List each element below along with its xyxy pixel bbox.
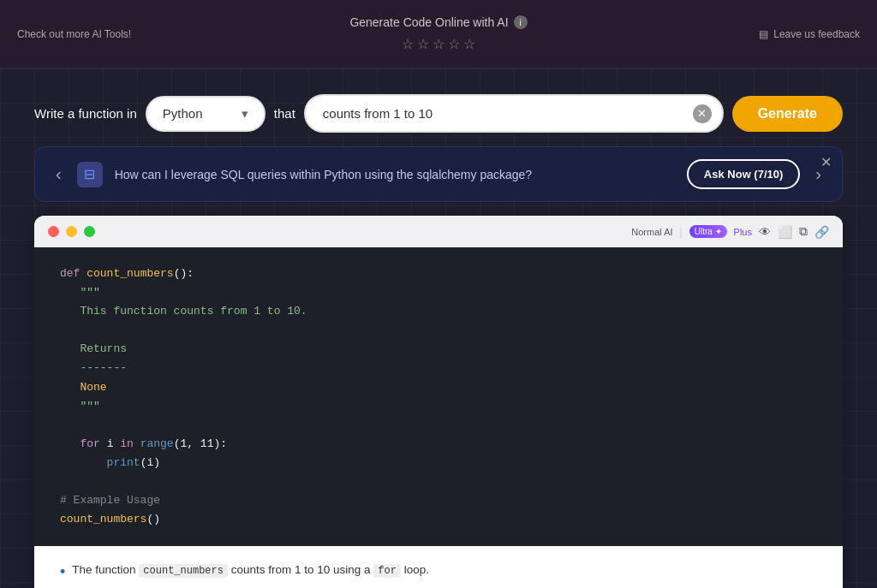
prompt-input-wrap: ✕ [304,94,724,133]
info-icon[interactable]: i [514,15,528,29]
suggestion-banner: ‹ ⊟ How can I leverage SQL queries withi… [34,146,843,202]
ask-now-button[interactable]: Ask Now (7/10) [687,159,800,189]
code-line-8: for i in range(1, 11): [60,435,817,454]
inline-code-for: for [373,564,401,578]
inline-code: count_numbers [139,564,228,578]
banner-prev-button[interactable]: ‹ [52,164,65,184]
eye-icon[interactable]: 👁 [759,225,771,239]
code-line-7: """ [60,397,817,416]
star-4[interactable]: ☆ [448,36,460,52]
code-area: def count_numbers(): """ This function c… [34,247,843,546]
star-3[interactable]: ☆ [433,36,444,52]
generate-button[interactable]: Generate [732,96,843,132]
code-line-2: """ [60,283,817,302]
banner-text: How can I leverage SQL queries within Py… [115,168,675,181]
link-icon[interactable]: 🔗 [814,225,829,239]
code-line-blank-3 [60,472,817,491]
description-list: The function count_numbers counts from 1… [34,546,843,588]
code-window: Normal AI | Ultra ✦ Plus 👁 ⬜ ⧉ 🔗 def cou… [34,216,843,588]
close-icon[interactable]: ✕ [820,154,832,170]
main-area: Write a function in Python ▾ that ✕ Gene… [0,68,877,588]
language-dropdown[interactable]: Python ▾ [146,96,265,132]
code-line-3: This function counts from 1 to 10. [60,302,817,321]
chevron-down-icon: ▾ [242,106,248,122]
star-2[interactable]: ☆ [417,36,429,52]
plus-badge: Plus [734,227,752,237]
feedback-icon: ▤ [759,28,768,40]
minimize-dot[interactable] [66,226,77,237]
close-dot[interactable] [48,226,59,237]
star-1[interactable]: ☆ [402,36,414,52]
code-line-6: None [60,378,817,397]
feedback-link[interactable]: Leave us feedback [773,28,860,40]
code-line-blank-2 [60,416,817,435]
maximize-dot[interactable] [84,226,95,237]
star-5[interactable]: ☆ [463,36,475,52]
banner-icon: ⊟ [77,162,103,187]
that-label: that [274,106,295,121]
code-line-11: count_numbers() [60,510,817,529]
copy-icon[interactable]: ⬜ [778,225,792,239]
clear-button[interactable]: ✕ [693,104,712,123]
code-line-5: ------- [60,359,817,377]
input-row: Write a function in Python ▾ that ✕ Gene… [34,94,843,133]
code-line-blank-1 [60,321,817,340]
prefix-label: Write a function in [34,106,137,121]
ultra-badge[interactable]: Ultra ✦ [689,225,727,238]
language-value: Python [163,106,203,121]
header-center: Generate Code Online with AI i ☆ ☆ ☆ ☆ ☆ [349,15,527,52]
header: Check out more AI Tools! Generate Code O… [0,0,877,68]
list-item: The function count_numbers counts from 1… [60,560,817,585]
duplicate-icon[interactable]: ⧉ [799,224,808,239]
star-rating[interactable]: ☆ ☆ ☆ ☆ ☆ [402,36,475,52]
normal-ai-label: Normal AI [631,227,672,237]
code-line-9: print(i) [60,454,817,472]
header-left-link[interactable]: Check out more AI Tools! [17,28,131,40]
window-actions: Normal AI | Ultra ✦ Plus 👁 ⬜ ⧉ 🔗 [631,224,829,239]
header-title: Generate Code Online with AI i [349,15,527,29]
window-titlebar: Normal AI | Ultra ✦ Plus 👁 ⬜ ⧉ 🔗 [34,216,843,247]
code-line-4: Returns [60,340,817,359]
code-line-1: def count_numbers(): [60,264,817,283]
header-right-area: ▤ Leave us feedback [759,28,860,40]
code-line-10: # Example Usage [60,491,817,510]
prompt-input[interactable] [304,94,724,133]
